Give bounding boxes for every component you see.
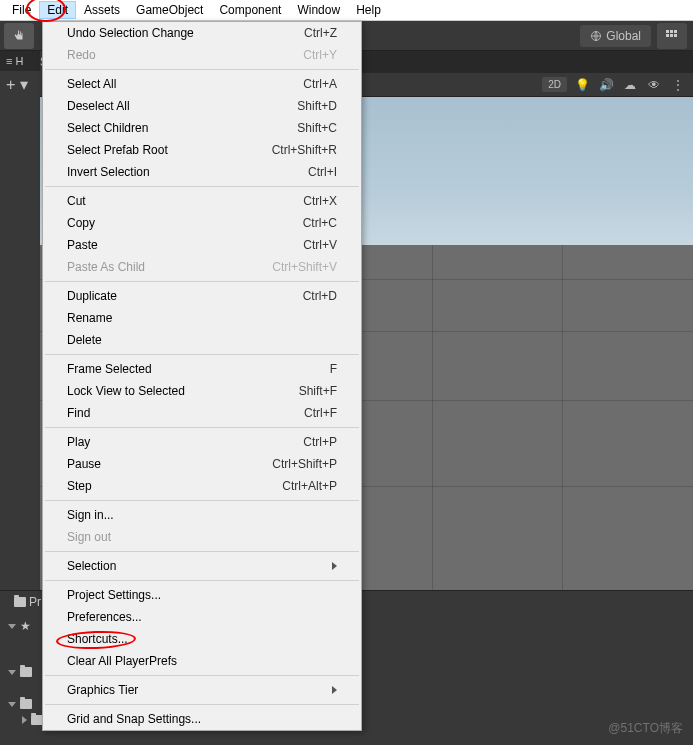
folder-icon bbox=[20, 667, 32, 677]
menu-item-preferences[interactable]: Preferences... bbox=[43, 606, 361, 628]
global-toggle-button[interactable]: Global bbox=[580, 25, 651, 47]
hierarchy-tab[interactable]: ≡ H bbox=[0, 51, 40, 71]
menu-item-shortcut: Ctrl+Shift+R bbox=[272, 143, 337, 157]
svg-rect-5 bbox=[670, 34, 673, 37]
2d-toggle-button[interactable]: 2D bbox=[542, 77, 567, 92]
menu-item-grid-and-snap-settings[interactable]: Grid and Snap Settings... bbox=[43, 708, 361, 730]
menu-item-shortcut: Ctrl+Z bbox=[304, 26, 337, 40]
menu-edit[interactable]: Edit bbox=[39, 1, 76, 19]
menu-separator bbox=[45, 551, 359, 552]
project-tab-label: Pr bbox=[29, 595, 41, 609]
menu-item-shortcut: Ctrl+I bbox=[308, 165, 337, 179]
menu-item-label: Pause bbox=[67, 457, 101, 471]
chevron-right-icon bbox=[332, 562, 337, 570]
chevron-right-icon bbox=[332, 686, 337, 694]
watermark: @51CTO博客 bbox=[608, 720, 683, 737]
menu-item-shortcut: Ctrl+Shift+P bbox=[272, 457, 337, 471]
lighting-toggle-icon[interactable]: 💡 bbox=[573, 76, 591, 94]
menu-item-label: Shortcuts... bbox=[67, 632, 128, 646]
menu-item-shortcut: Ctrl+Alt+P bbox=[282, 479, 337, 493]
menu-item-label: Select Prefab Root bbox=[67, 143, 168, 157]
menu-item-paste[interactable]: PasteCtrl+V bbox=[43, 234, 361, 256]
edit-dropdown-menu: Undo Selection ChangeCtrl+ZRedoCtrl+YSel… bbox=[42, 21, 362, 731]
menu-item-sign-in[interactable]: Sign in... bbox=[43, 504, 361, 526]
menu-item-label: Duplicate bbox=[67, 289, 117, 303]
menu-item-play[interactable]: PlayCtrl+P bbox=[43, 431, 361, 453]
menu-item-label: Play bbox=[67, 435, 90, 449]
menu-item-step[interactable]: StepCtrl+Alt+P bbox=[43, 475, 361, 497]
menu-item-label: Selection bbox=[67, 559, 116, 573]
menu-separator bbox=[45, 186, 359, 187]
menu-item-delete[interactable]: Delete bbox=[43, 329, 361, 351]
svg-rect-6 bbox=[674, 34, 677, 37]
camera-settings-icon[interactable]: ⋮ bbox=[669, 76, 687, 94]
svg-rect-2 bbox=[670, 30, 673, 33]
menu-separator bbox=[45, 675, 359, 676]
menu-gameobject[interactable]: GameObject bbox=[128, 1, 211, 19]
menu-component[interactable]: Component bbox=[211, 1, 289, 19]
menu-item-label: Preferences... bbox=[67, 610, 142, 624]
menu-file[interactable]: File bbox=[4, 1, 39, 19]
menu-item-label: Deselect All bbox=[67, 99, 130, 113]
menu-item-shortcut: Ctrl+C bbox=[303, 216, 337, 230]
menu-item-selection[interactable]: Selection bbox=[43, 555, 361, 577]
grid-snap-button[interactable] bbox=[657, 23, 687, 49]
menu-item-graphics-tier[interactable]: Graphics Tier bbox=[43, 679, 361, 701]
menu-assets[interactable]: Assets bbox=[76, 1, 128, 19]
menu-item-shortcut: Ctrl+X bbox=[303, 194, 337, 208]
menu-item-pause[interactable]: PauseCtrl+Shift+P bbox=[43, 453, 361, 475]
menu-item-sign-out: Sign out bbox=[43, 526, 361, 548]
menu-item-shortcut: Shift+F bbox=[299, 384, 337, 398]
menu-item-select-prefab-root[interactable]: Select Prefab RootCtrl+Shift+R bbox=[43, 139, 361, 161]
menu-item-frame-selected[interactable]: Frame SelectedF bbox=[43, 358, 361, 380]
menu-item-label: Copy bbox=[67, 216, 95, 230]
hidden-toggle-icon[interactable]: 👁 bbox=[645, 76, 663, 94]
audio-toggle-icon[interactable]: 🔊 bbox=[597, 76, 615, 94]
fx-toggle-icon[interactable]: ☁ bbox=[621, 76, 639, 94]
menu-item-label: Sign out bbox=[67, 530, 111, 544]
menu-item-label: Paste As Child bbox=[67, 260, 145, 274]
menu-item-shortcut: Ctrl+Y bbox=[303, 48, 337, 62]
menu-item-shortcuts[interactable]: Shortcuts... bbox=[43, 628, 361, 650]
menu-item-copy[interactable]: CopyCtrl+C bbox=[43, 212, 361, 234]
menu-item-label: Project Settings... bbox=[67, 588, 161, 602]
menu-help[interactable]: Help bbox=[348, 1, 389, 19]
menu-item-label: Redo bbox=[67, 48, 96, 62]
menu-item-lock-view-to-selected[interactable]: Lock View to SelectedShift+F bbox=[43, 380, 361, 402]
menubar: File Edit Assets GameObject Component Wi… bbox=[0, 0, 693, 21]
menu-item-select-all[interactable]: Select AllCtrl+A bbox=[43, 73, 361, 95]
menu-item-rename[interactable]: Rename bbox=[43, 307, 361, 329]
menu-separator bbox=[45, 704, 359, 705]
menu-item-clear-all-playerprefs[interactable]: Clear All PlayerPrefs bbox=[43, 650, 361, 672]
hand-tool-button[interactable] bbox=[4, 23, 34, 49]
menu-item-shortcut: Ctrl+D bbox=[303, 289, 337, 303]
svg-rect-1 bbox=[666, 30, 669, 33]
menu-item-cut[interactable]: CutCtrl+X bbox=[43, 190, 361, 212]
menu-item-invert-selection[interactable]: Invert SelectionCtrl+I bbox=[43, 161, 361, 183]
menu-item-deselect-all[interactable]: Deselect AllShift+D bbox=[43, 95, 361, 117]
menu-item-label: Undo Selection Change bbox=[67, 26, 194, 40]
menu-separator bbox=[45, 354, 359, 355]
menu-item-label: Delete bbox=[67, 333, 102, 347]
menu-item-paste-as-child: Paste As ChildCtrl+Shift+V bbox=[43, 256, 361, 278]
menu-separator bbox=[45, 69, 359, 70]
menu-item-select-children[interactable]: Select ChildrenShift+C bbox=[43, 117, 361, 139]
menu-item-shortcut: Ctrl+P bbox=[303, 435, 337, 449]
menu-item-duplicate[interactable]: DuplicateCtrl+D bbox=[43, 285, 361, 307]
hierarchy-panel: ≡ H + ▾ bbox=[0, 51, 40, 671]
menu-item-undo-selection-change[interactable]: Undo Selection ChangeCtrl+Z bbox=[43, 22, 361, 44]
menu-item-shortcut: Ctrl+F bbox=[304, 406, 337, 420]
menu-item-label: Step bbox=[67, 479, 92, 493]
menu-item-label: Grid and Snap Settings... bbox=[67, 712, 201, 726]
hierarchy-add-button[interactable]: + ▾ bbox=[0, 71, 40, 98]
menu-window[interactable]: Window bbox=[289, 1, 348, 19]
menu-item-label: Frame Selected bbox=[67, 362, 152, 376]
menu-item-label: Select Children bbox=[67, 121, 148, 135]
menu-item-shortcut: Shift+C bbox=[297, 121, 337, 135]
menu-item-find[interactable]: FindCtrl+F bbox=[43, 402, 361, 424]
hand-icon bbox=[12, 29, 26, 43]
menu-item-label: Find bbox=[67, 406, 90, 420]
menu-item-shortcut: Ctrl+A bbox=[303, 77, 337, 91]
menu-item-project-settings[interactable]: Project Settings... bbox=[43, 584, 361, 606]
menu-item-label: Clear All PlayerPrefs bbox=[67, 654, 177, 668]
